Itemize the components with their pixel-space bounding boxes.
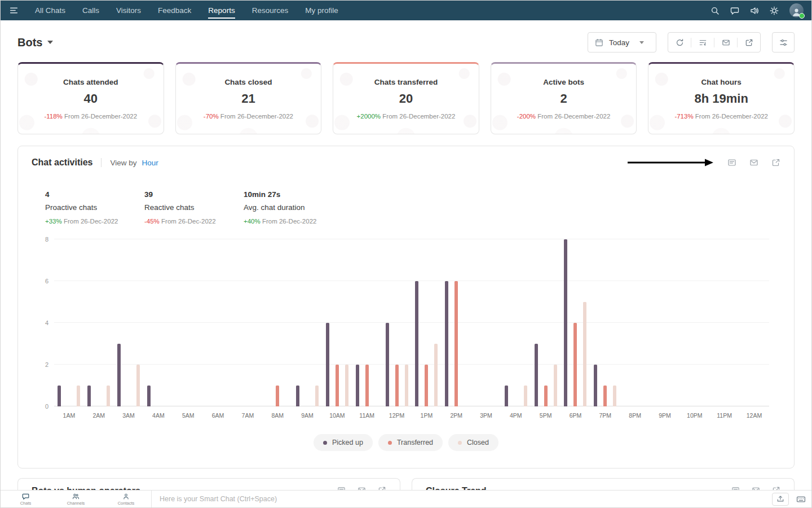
nav-item-my-profile[interactable]: My profile bbox=[297, 1, 347, 20]
bar-transferred[interactable] bbox=[544, 386, 548, 406]
bar-closed[interactable] bbox=[554, 365, 557, 406]
person-icon bbox=[122, 493, 130, 500]
page-title-dropdown-caret-icon[interactable] bbox=[47, 41, 53, 44]
bar-picked-up[interactable] bbox=[147, 386, 151, 406]
bar-picked-up[interactable] bbox=[445, 281, 448, 406]
stat-card-label: Chats closed bbox=[176, 78, 321, 86]
bar-picked-up[interactable] bbox=[415, 281, 418, 406]
speaker-icon[interactable] bbox=[750, 6, 759, 15]
stat-card-delta-row: -70% From 26-December-2022 bbox=[176, 113, 321, 120]
y-axis-tick: 2 bbox=[37, 361, 48, 368]
tray-upload-icon[interactable] bbox=[772, 493, 789, 506]
stat-card-chats-transferred[interactable]: Chats transferred 20 +2000% From 26-Dece… bbox=[333, 62, 479, 134]
bar-picked-up[interactable] bbox=[386, 323, 389, 406]
bar-transferred[interactable] bbox=[276, 386, 279, 406]
bar-picked-up[interactable] bbox=[58, 386, 61, 406]
bar-group-8pm bbox=[620, 239, 650, 406]
x-axis-label: 6PM bbox=[561, 412, 590, 419]
nav-item-calls[interactable]: Calls bbox=[74, 1, 108, 20]
gear-icon[interactable] bbox=[770, 6, 779, 15]
stat-card-active-bots[interactable]: Active bots 2 -200% From 26-December-202… bbox=[491, 62, 637, 134]
smart-chat-input[interactable] bbox=[152, 491, 772, 507]
y-axis-tick: 0 bbox=[37, 403, 48, 410]
bar-closed[interactable] bbox=[77, 386, 80, 406]
bar-picked-up[interactable] bbox=[356, 365, 359, 406]
stat-card-from: From 26-December-2022 bbox=[64, 113, 137, 120]
email-icon[interactable] bbox=[749, 158, 758, 167]
x-axis-label: 1AM bbox=[54, 412, 84, 419]
bar-picked-up[interactable] bbox=[594, 365, 597, 406]
smart-chat-tab-chats[interactable]: Chats bbox=[1, 491, 51, 507]
x-axis-label: 5AM bbox=[173, 412, 203, 419]
stat-card-chats-attended[interactable]: Chats attended 40 -118% From 26-December… bbox=[17, 62, 164, 134]
refresh-icon[interactable] bbox=[668, 33, 691, 52]
legend-item-picked-up[interactable]: Picked up bbox=[314, 434, 373, 451]
bar-group-5am bbox=[173, 239, 203, 406]
filter-settings-icon[interactable] bbox=[772, 32, 795, 52]
bar-closed[interactable] bbox=[613, 386, 616, 406]
y-axis-tick: 6 bbox=[37, 278, 48, 284]
bar-picked-up[interactable] bbox=[87, 386, 91, 406]
mini-stat-label: Reactive chats bbox=[144, 203, 244, 212]
mini-stat-label: Avg. chat duration bbox=[244, 203, 343, 212]
mini-stat-from: From 26-Dec-2022 bbox=[161, 218, 216, 225]
view-by-value[interactable]: Hour bbox=[142, 159, 158, 167]
bar-picked-up[interactable] bbox=[505, 386, 508, 406]
filter-list-icon[interactable] bbox=[691, 33, 714, 52]
bar-group-6pm bbox=[561, 239, 590, 406]
stat-card-delta: +2000% bbox=[357, 113, 381, 120]
stat-card-delta: -118% bbox=[44, 113, 62, 120]
nav-item-reports[interactable]: Reports bbox=[200, 1, 243, 20]
date-range-select[interactable]: Today bbox=[588, 32, 656, 52]
bar-closed[interactable] bbox=[524, 386, 527, 406]
bar-closed[interactable] bbox=[136, 365, 140, 406]
bar-transferred[interactable] bbox=[365, 365, 369, 406]
stat-card-delta: -70% bbox=[204, 113, 219, 120]
bar-closed[interactable] bbox=[405, 365, 408, 406]
bar-transferred[interactable] bbox=[425, 365, 428, 406]
export-icon[interactable] bbox=[738, 33, 760, 52]
bar-picked-up[interactable] bbox=[535, 344, 538, 406]
bar-closed[interactable] bbox=[583, 302, 586, 406]
calendar-icon bbox=[595, 38, 603, 47]
bar-transferred[interactable] bbox=[336, 365, 339, 406]
card-view-icon[interactable] bbox=[727, 158, 736, 167]
nav-item-resources[interactable]: Resources bbox=[244, 1, 297, 20]
user-avatar[interactable] bbox=[789, 3, 804, 17]
stat-card-label: Chats transferred bbox=[333, 78, 479, 86]
bar-closed[interactable] bbox=[315, 386, 319, 406]
bar-transferred[interactable] bbox=[454, 281, 458, 406]
stat-card-chat-hours[interactable]: Chat hours 8h 19min -713% From 26-Decemb… bbox=[648, 62, 795, 134]
stat-card-value: 20 bbox=[333, 91, 479, 106]
sidebar-toggle-icon[interactable] bbox=[1, 1, 27, 20]
legend-item-closed[interactable]: Closed bbox=[448, 434, 498, 451]
chat-bubble-icon[interactable] bbox=[730, 6, 739, 15]
bar-transferred[interactable] bbox=[573, 323, 577, 406]
stat-card-chats-closed[interactable]: Chats closed 21 -70% From 26-December-20… bbox=[175, 62, 322, 134]
search-icon[interactable] bbox=[710, 6, 720, 15]
bar-transferred[interactable] bbox=[603, 386, 607, 406]
bar-picked-up[interactable] bbox=[117, 344, 121, 406]
bar-transferred[interactable] bbox=[395, 365, 399, 406]
bar-group-1pm bbox=[412, 239, 442, 406]
stat-card-from: From 26-December-2022 bbox=[382, 113, 455, 120]
nav-item-feedback[interactable]: Feedback bbox=[149, 1, 200, 20]
smart-chat-tab-contacts[interactable]: Contacts bbox=[101, 491, 151, 507]
bar-closed[interactable] bbox=[434, 344, 438, 406]
smart-chat-tab-channels[interactable]: Channels bbox=[51, 491, 101, 507]
export-icon[interactable] bbox=[771, 158, 780, 167]
bar-picked-up[interactable] bbox=[296, 386, 299, 406]
email-icon[interactable] bbox=[714, 33, 737, 52]
nav-item-visitors[interactable]: Visitors bbox=[108, 1, 149, 20]
bar-closed[interactable] bbox=[345, 365, 348, 406]
legend-label: Picked up bbox=[332, 439, 363, 446]
chat-bubble-icon bbox=[22, 493, 29, 500]
legend-item-transferred[interactable]: Transferred bbox=[378, 434, 443, 451]
bar-picked-up[interactable] bbox=[326, 323, 329, 406]
stat-card-delta-row: +2000% From 26-December-2022 bbox=[333, 113, 479, 120]
stat-card-value: 8h 19min bbox=[648, 91, 794, 106]
bar-closed[interactable] bbox=[107, 386, 110, 406]
bar-picked-up[interactable] bbox=[564, 239, 567, 406]
nav-item-all-chats[interactable]: All Chats bbox=[27, 1, 74, 20]
keyboard-icon[interactable] bbox=[796, 494, 806, 504]
